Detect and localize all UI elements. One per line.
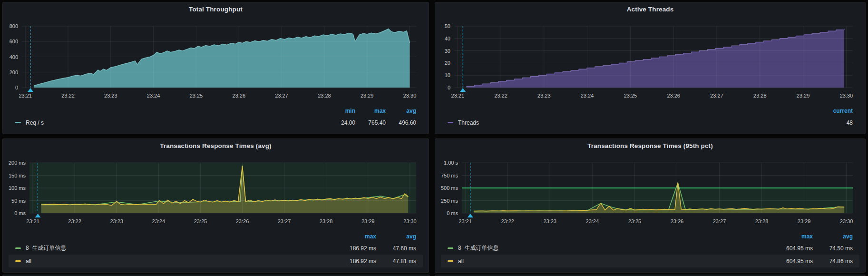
svg-text:30: 30 (445, 48, 450, 54)
legend: max avg 8_生成订单信息 186.92 ms 47.60 ms all … (3, 231, 429, 272)
legend-stat-max: 186.92 ms (336, 258, 376, 265)
legend-header-max[interactable]: max (773, 233, 813, 240)
svg-text:250 ms: 250 ms (441, 198, 458, 204)
legend: min max avg Req / s 24.00 765.40 496.60 (3, 106, 429, 134)
dashboard-grid: Total Throughput 020040060080023:2123:22… (0, 0, 868, 276)
legend-header-max[interactable]: max (355, 108, 386, 114)
legend-header-row: max avg (15, 231, 416, 242)
svg-text:23:21: 23:21 (458, 218, 472, 224)
legend-row: 8_生成订单信息 604.95 ms 74.50 ms (448, 242, 853, 255)
legend-header-max[interactable]: max (336, 233, 376, 240)
legend-header-row: current (448, 106, 853, 116)
series-color-dash-icon (448, 260, 453, 262)
svg-text:1.00 s: 1.00 s (444, 160, 458, 166)
legend-series-label[interactable]: 8_生成订单信息 (458, 244, 498, 252)
svg-text:23:29: 23:29 (797, 93, 810, 99)
svg-text:100 ms: 100 ms (9, 185, 26, 191)
svg-text:0 ms: 0 ms (447, 210, 458, 216)
svg-text:150 ms: 150 ms (9, 173, 26, 178)
svg-text:23:28: 23:28 (753, 93, 767, 99)
svg-text:23:22: 23:22 (68, 218, 81, 224)
svg-text:23:21: 23:21 (26, 218, 39, 224)
series-color-dash-icon (448, 247, 453, 249)
svg-text:600: 600 (10, 39, 18, 44)
svg-text:23:21: 23:21 (19, 93, 32, 99)
svg-text:750 ms: 750 ms (441, 173, 458, 178)
series-color-dash-icon (15, 260, 21, 262)
svg-text:0: 0 (15, 85, 18, 90)
svg-text:23:30: 23:30 (840, 93, 853, 99)
svg-text:200: 200 (10, 69, 18, 75)
svg-text:23:25: 23:25 (624, 93, 637, 99)
legend-header-avg[interactable]: avg (813, 233, 853, 240)
svg-text:23:22: 23:22 (494, 93, 507, 99)
legend-header-current[interactable]: current (819, 108, 853, 114)
svg-text:23:28: 23:28 (320, 218, 333, 224)
svg-text:0: 0 (448, 85, 450, 90)
svg-text:23:24: 23:24 (581, 93, 594, 99)
panel-response-times-95pct: Transactions Response Times (95th pct) 0… (435, 138, 866, 273)
svg-text:23:27: 23:27 (275, 93, 288, 99)
legend-series-label[interactable]: Threads (458, 119, 479, 126)
response-avg-chart[interactable]: 0 ms50 ms100 ms150 ms200 ms23:2123:2223:… (3, 153, 429, 231)
svg-text:23:30: 23:30 (403, 218, 417, 224)
panel-response-times-avg: Transactions Response Times (avg) 0 ms50… (2, 138, 429, 273)
svg-text:23:27: 23:27 (710, 93, 723, 99)
svg-text:40: 40 (445, 36, 450, 41)
threads-chart[interactable]: 0102030405023:2123:2223:2323:2423:2523:2… (435, 17, 865, 106)
response-95pct-chart[interactable]: 0 ms250 ms500 ms750 ms1.00 s23:2123:2223… (435, 153, 865, 231)
legend-stat-max: 765.40 (355, 119, 386, 126)
legend-stat-avg: 74.50 ms (813, 245, 853, 252)
svg-text:23:23: 23:23 (104, 93, 117, 99)
svg-text:500 ms: 500 ms (441, 185, 458, 191)
legend-stat-avg: 47.81 ms (376, 258, 416, 265)
legend-row: all 186.92 ms 47.81 ms (9, 255, 423, 267)
panel-title[interactable]: Transactions Response Times (95th pct) (435, 139, 865, 153)
legend-series-label[interactable]: 8_生成订单信息 (26, 244, 66, 252)
svg-text:20: 20 (445, 60, 450, 66)
svg-text:23:28: 23:28 (755, 218, 769, 224)
legend-stat-avg: 496.60 (386, 119, 416, 126)
svg-text:23:30: 23:30 (403, 93, 417, 99)
svg-text:23:29: 23:29 (361, 218, 375, 224)
legend-series-label[interactable]: all (458, 258, 464, 265)
svg-text:200 ms: 200 ms (9, 160, 26, 166)
svg-text:23:29: 23:29 (361, 93, 374, 99)
legend-stat-max: 604.95 ms (773, 258, 813, 265)
svg-text:23:22: 23:22 (61, 93, 75, 99)
legend-header-avg[interactable]: avg (386, 108, 416, 114)
svg-text:800: 800 (10, 23, 18, 29)
legend-header-avg[interactable]: avg (376, 233, 416, 240)
legend-header-row: max avg (448, 231, 853, 242)
panel-active-threads: Active Threads 0102030405023:2123:2223:2… (435, 2, 866, 134)
svg-text:23:21: 23:21 (451, 93, 465, 99)
svg-text:23:26: 23:26 (667, 93, 680, 99)
svg-text:23:27: 23:27 (713, 218, 726, 224)
series-color-dash-icon (15, 122, 21, 123)
svg-text:23:23: 23:23 (110, 218, 123, 224)
legend-header-min[interactable]: min (325, 108, 355, 114)
svg-text:23:26: 23:26 (236, 218, 249, 224)
legend-stat-max: 604.95 ms (773, 245, 813, 252)
panel-title[interactable]: Transactions Response Times (avg) (3, 139, 429, 153)
svg-text:23:26: 23:26 (233, 93, 246, 99)
throughput-chart[interactable]: 020040060080023:2123:2223:2323:2423:2523… (3, 17, 429, 106)
svg-text:23:24: 23:24 (586, 218, 599, 224)
legend-series-label[interactable]: all (26, 258, 31, 265)
svg-text:400: 400 (10, 54, 18, 60)
svg-text:23:25: 23:25 (190, 93, 203, 99)
panel-title[interactable]: Total Throughput (3, 2, 429, 17)
legend: max avg 8_生成订单信息 604.95 ms 74.50 ms all … (435, 231, 865, 272)
legend-row: Req / s 24.00 765.40 496.60 (15, 116, 416, 129)
svg-text:23:24: 23:24 (147, 93, 160, 99)
panel-title[interactable]: Active Threads (435, 2, 865, 17)
svg-text:10: 10 (445, 72, 450, 78)
legend-stat-current: 48 (819, 119, 853, 126)
legend-series-label[interactable]: Req / s (26, 119, 44, 126)
svg-text:23:30: 23:30 (840, 218, 853, 224)
svg-text:23:27: 23:27 (278, 218, 291, 224)
svg-text:23:23: 23:23 (543, 218, 556, 224)
legend-stat-avg: 47.60 ms (376, 245, 416, 252)
legend-stat-min: 24.00 (325, 119, 355, 126)
legend-stat-avg: 74.86 ms (813, 258, 853, 265)
